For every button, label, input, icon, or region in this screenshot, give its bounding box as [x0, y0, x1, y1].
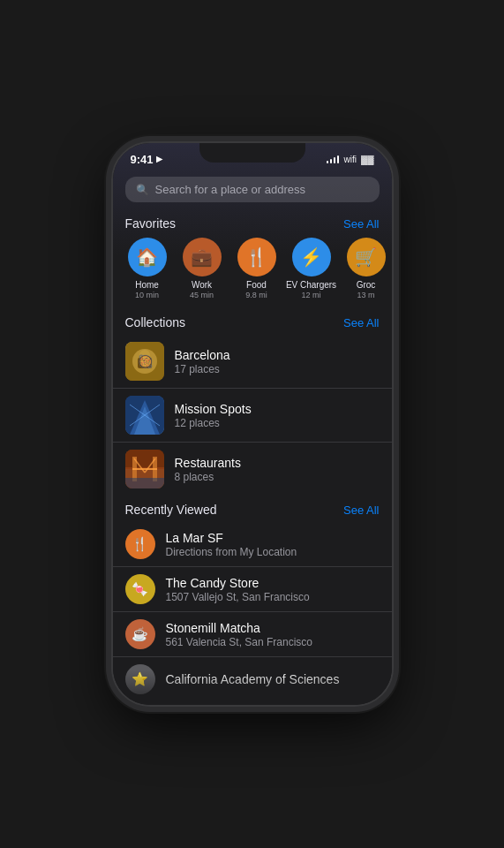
- favorite-item-grocery[interactable]: 🛒 Groc 13 m: [339, 238, 392, 299]
- work-icon: 💼: [183, 238, 222, 276]
- food-icon: 🍴: [237, 238, 276, 276]
- food-sublabel: 9.8 mi: [245, 291, 267, 299]
- scroll-content[interactable]: Favorites See All 🏠 Home 10 min 💼 Work 4…: [113, 209, 392, 705]
- stonemill-icon: ☕: [125, 619, 155, 649]
- collections-see-all[interactable]: See All: [343, 316, 379, 329]
- stonemill-info: Stonemill Matcha 561 Valencia St, San Fr…: [166, 621, 313, 648]
- collections-title: Collections: [125, 315, 185, 329]
- gps-icon: ▶: [156, 155, 162, 163]
- academy-icon: ⭐: [125, 664, 155, 694]
- favorite-item-work[interactable]: 💼 Work 45 min: [175, 238, 229, 299]
- grocery-sublabel: 13 m: [357, 291, 374, 299]
- ev-label: EV Chargers: [286, 280, 336, 290]
- barcelona-count: 17 places: [175, 363, 230, 375]
- svg-rect-18: [125, 478, 164, 488]
- phone-screen: 9:41 ▶ wifi ▓▓ 🔍 Search for a place or a…: [113, 143, 392, 705]
- lamar-sub: Directions from My Location: [166, 546, 297, 558]
- home-label: Home: [135, 280, 159, 290]
- academy-name: California Academy of Sciences: [166, 672, 340, 686]
- stonemill-name: Stonemill Matcha: [166, 621, 313, 635]
- notch: [199, 143, 305, 163]
- recent-item-lamar[interactable]: 🍴 La Mar SF Directions from My Location: [113, 522, 392, 567]
- volume-up-button: [111, 214, 113, 240]
- academy-info: California Academy of Sciences: [166, 672, 340, 686]
- work-sublabel: 45 min: [190, 291, 214, 299]
- time-label: 9:41: [131, 153, 154, 166]
- lamar-name: La Mar SF: [166, 531, 297, 545]
- lamar-icon: 🍴: [125, 529, 155, 559]
- stonemill-sub: 561 Valencia St, San Francisco: [166, 636, 313, 648]
- collection-item-mission[interactable]: Mission Spots 12 places: [113, 389, 392, 443]
- status-time: 9:41 ▶: [131, 153, 162, 166]
- wifi-icon: wifi: [343, 155, 356, 164]
- recently-viewed-see-all[interactable]: See All: [343, 504, 379, 517]
- barcelona-info: Barcelona 17 places: [175, 348, 230, 375]
- restaurants-thumbnail: [125, 450, 164, 488]
- mission-name: Mission Spots: [175, 402, 252, 416]
- grocery-label: Groc: [357, 280, 376, 290]
- collections-header: Collections See All: [113, 308, 392, 335]
- candy-name: The Candy Store: [166, 576, 310, 590]
- restaurants-info: Restaurants 8 places: [175, 456, 241, 483]
- recent-item-candy[interactable]: 🍬 The Candy Store 1507 Vallejo St, San F…: [113, 567, 392, 612]
- svg-text:🥘: 🥘: [137, 354, 153, 369]
- search-container: 🔍 Search for a place or address: [113, 171, 392, 209]
- collection-item-barcelona[interactable]: 🥘 Barcelona 17 places: [113, 335, 392, 389]
- svg-rect-12: [125, 450, 164, 469]
- mission-thumbnail: [125, 396, 164, 435]
- candy-sub: 1507 Vallejo St, San Francisco: [166, 591, 310, 603]
- recently-viewed-title: Recently Viewed: [125, 503, 217, 517]
- collections-list: 🥘 Barcelona 17 places: [113, 335, 392, 496]
- home-icon: 🏠: [128, 238, 167, 276]
- silent-switch: [111, 187, 113, 205]
- favorite-item-home[interactable]: 🏠 Home 10 min: [120, 238, 175, 299]
- recently-viewed-header: Recently Viewed See All: [113, 496, 392, 522]
- phone-frame: 9:41 ▶ wifi ▓▓ 🔍 Search for a place or a…: [111, 141, 394, 707]
- ev-icon: ⚡: [292, 238, 331, 276]
- mission-count: 12 places: [175, 417, 252, 429]
- recently-viewed-list: 🍴 La Mar SF Directions from My Location …: [113, 522, 392, 701]
- favorite-item-food[interactable]: 🍴 Food 9.8 mi: [229, 238, 284, 299]
- favorites-row: 🏠 Home 10 min 💼 Work 45 min 🍴 Food 9.8 m…: [113, 236, 392, 308]
- home-sublabel: 10 min: [135, 291, 159, 299]
- candy-info: The Candy Store 1507 Vallejo St, San Fra…: [166, 576, 310, 603]
- signal-icon: [327, 155, 340, 163]
- collection-item-restaurants[interactable]: Restaurants 8 places: [113, 443, 392, 496]
- favorites-title: Favorites: [125, 216, 177, 231]
- barcelona-name: Barcelona: [175, 348, 230, 362]
- volume-down-button: [111, 247, 113, 274]
- ev-sublabel: 12 mi: [301, 291, 320, 299]
- status-icons: wifi ▓▓: [327, 155, 374, 164]
- power-button: [392, 249, 394, 302]
- recent-item-stonemill[interactable]: ☕ Stonemill Matcha 561 Valencia St, San …: [113, 612, 392, 657]
- lamar-info: La Mar SF Directions from My Location: [166, 531, 297, 558]
- search-input[interactable]: Search for a place or address: [155, 183, 306, 196]
- grocery-icon: 🛒: [347, 238, 386, 276]
- favorites-header: Favorites See All: [113, 209, 392, 236]
- work-label: Work: [192, 280, 212, 290]
- recent-item-academy[interactable]: ⭐ California Academy of Sciences: [113, 657, 392, 701]
- restaurants-name: Restaurants: [175, 456, 241, 470]
- restaurants-count: 8 places: [175, 471, 241, 483]
- food-label: Food: [246, 280, 267, 290]
- favorite-item-ev[interactable]: ⚡ EV Chargers 12 mi: [284, 238, 339, 299]
- barcelona-thumbnail: 🥘: [125, 342, 164, 381]
- favorites-see-all[interactable]: See All: [343, 217, 379, 231]
- battery-icon: ▓▓: [361, 155, 374, 164]
- candy-icon: 🍬: [125, 574, 155, 604]
- search-icon: 🔍: [136, 184, 149, 196]
- mission-info: Mission Spots 12 places: [175, 402, 252, 429]
- search-bar[interactable]: 🔍 Search for a place or address: [125, 177, 380, 202]
